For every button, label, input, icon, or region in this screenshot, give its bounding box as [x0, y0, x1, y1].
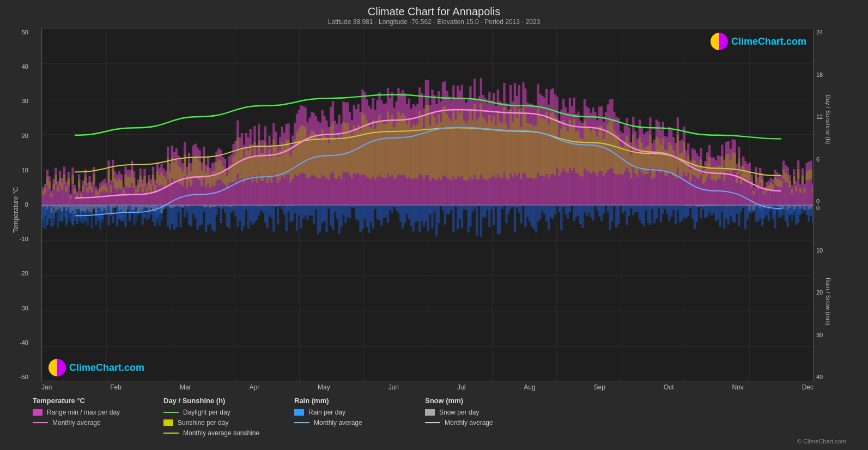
- watermark-top: ClimeChart.com: [711, 33, 806, 50]
- x-tick-feb: Feb: [110, 383, 122, 391]
- legend-col-rain: Rain (mm) Rain per day Monthly average: [294, 397, 403, 437]
- y-axis-right-bottom-label: Rain / Snow (mm): [825, 278, 831, 326]
- swatch-rain: [294, 409, 304, 416]
- legend-col-snow: Snow (mm) Snow per day Monthly average: [425, 397, 534, 437]
- legend-item-sunshine-avg: Monthly average sunshine: [163, 429, 272, 437]
- swatch-temp-range: [33, 409, 43, 416]
- x-axis: Jan Feb Mar Apr May Jun Jul Aug Sep Oct …: [41, 381, 814, 392]
- x-tick-sep: Sep: [594, 383, 605, 391]
- legend-item-rain-bar: Rain per day: [294, 409, 403, 416]
- legend-item-snow-bar: Snow per day: [425, 409, 534, 416]
- line-snow-avg: [425, 422, 440, 423]
- watermark-top-text: ClimeChart.com: [731, 36, 806, 47]
- x-tick-oct: Oct: [664, 383, 674, 391]
- x-tick-jul: Jul: [457, 383, 465, 391]
- y-axis-left-label: Temperature °C: [11, 28, 20, 392]
- y-axis-left-ticks: 50 40 30 20 10 0 -10 -20 -30 -40 -50: [20, 28, 31, 392]
- watermark-bottom: ClimeChart.com: [48, 359, 144, 376]
- logo-bottom: [48, 359, 66, 376]
- legend-item-daylight: Daylight per day: [163, 409, 272, 416]
- legend-title-sunshine: Day / Sunshine (h): [163, 397, 272, 405]
- copyright: © ClimeChart.com: [11, 438, 857, 445]
- logo-top: [711, 33, 728, 50]
- line-rain-avg: [294, 422, 309, 423]
- line-daylight: [163, 412, 179, 413]
- subtitle: Latitude 38.981 - Longitude -76.562 - El…: [11, 18, 857, 26]
- legend-item-snow-avg: Monthly average: [425, 419, 534, 427]
- line-sunshine-avg: [163, 433, 179, 434]
- legend-item-temp-avg: Monthly average: [33, 419, 142, 427]
- page-title: Climate Chart for Annapolis: [11, 5, 857, 18]
- legend-col-sunshine: Day / Sunshine (h) Daylight per day Suns…: [163, 397, 272, 437]
- legend-title-snow: Snow (mm): [425, 397, 534, 405]
- swatch-sunshine: [163, 419, 173, 426]
- x-tick-jan: Jan: [41, 383, 52, 391]
- y-axis-right-top-ticks: 24 18 12 6 0: [814, 28, 823, 205]
- x-tick-nov: Nov: [732, 383, 743, 391]
- line-temp-avg: [33, 422, 48, 423]
- y-axis-right-bottom-ticks: 0 10 20 30 40: [814, 205, 823, 392]
- legend-title-temperature: Temperature °C: [33, 397, 142, 405]
- watermark-bottom-text: ClimeChart.com: [69, 362, 144, 374]
- swatch-snow: [425, 409, 435, 416]
- x-tick-mar: Mar: [180, 383, 191, 391]
- y-axis-right-top-label: Day / Sunshine (h): [825, 94, 831, 144]
- legend-item-sunshine-bar: Sunshine per day: [163, 419, 272, 427]
- x-tick-aug: Aug: [524, 383, 535, 391]
- legend-item-temp-range: Range min / max per day: [33, 409, 142, 416]
- legend-item-rain-avg: Monthly average: [294, 419, 403, 427]
- x-tick-may: May: [318, 383, 330, 391]
- legend: Temperature °C Range min / max per day M…: [11, 392, 857, 437]
- legend-title-rain: Rain (mm): [294, 397, 403, 405]
- x-tick-dec: Dec: [802, 383, 814, 391]
- x-tick-apr: Apr: [249, 383, 259, 391]
- x-tick-jun: Jun: [389, 383, 399, 391]
- legend-col-temperature: Temperature °C Range min / max per day M…: [33, 397, 142, 437]
- chart-area: ClimeChart.com ClimeChart.com: [41, 28, 814, 381]
